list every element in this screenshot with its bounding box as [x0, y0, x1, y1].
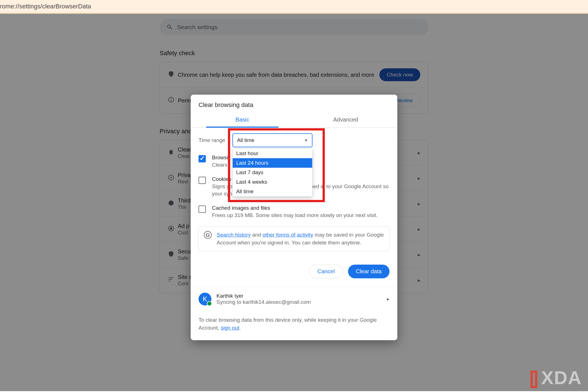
checkbox[interactable] [199, 155, 206, 162]
item-subtitle: Frees up 319 MB. Some sites may load mor… [212, 212, 377, 219]
chevron-down-icon: ▼ [304, 138, 308, 143]
time-range-selected-text: All time [237, 137, 254, 143]
time-range-option[interactable]: Last hour [233, 149, 312, 158]
address-bar[interactable]: rome://settings/clearBrowserData [0, 0, 588, 14]
tab-basic[interactable]: Basic [191, 113, 294, 127]
item-title: Browsi [212, 155, 228, 161]
cancel-button[interactable]: Cancel [309, 265, 343, 278]
address-bar-text: rome://settings/clearBrowserData [0, 3, 91, 10]
time-range-option[interactable]: Last 7 days [233, 168, 312, 177]
sync-account-row[interactable]: K Karthik Iyer Syncing to karthik14.aies… [191, 287, 397, 311]
xda-watermark: [] XDA [529, 367, 582, 388]
chevron-right-icon: ▸ [387, 296, 389, 302]
clear-data-button[interactable]: Clear data [348, 265, 389, 278]
google-activity-info: G Search history and other forms of acti… [199, 226, 389, 251]
search-history-link[interactable]: Search history [217, 232, 251, 238]
sign-out-link[interactable]: sign out [221, 325, 239, 331]
tab-advanced[interactable]: Advanced [294, 113, 397, 127]
other-activity-link[interactable]: other forms of activity [263, 232, 313, 238]
time-range-option[interactable]: Last 4 weeks [233, 177, 312, 187]
account-sync-text: Syncing to karthik14.aiesec@gmail.com [216, 299, 311, 305]
google-icon: G [204, 231, 212, 239]
sync-status-dot [207, 301, 212, 306]
dialog-tabs: Basic Advanced [191, 113, 397, 128]
clear-data-item: Cached images and filesFrees up 319 MB. … [199, 205, 389, 219]
clear-browsing-data-dialog: Clear browsing data Basic Advanced Time … [191, 95, 397, 340]
avatar: K [199, 293, 211, 305]
time-range-select[interactable]: All time ▼ [232, 133, 312, 147]
footnote: To clear browsing data from this device … [191, 311, 397, 340]
time-range-label: Time range [199, 137, 225, 143]
checkbox[interactable] [199, 206, 206, 213]
time-range-dropdown: Last hourLast 24 hoursLast 7 daysLast 4 … [232, 148, 312, 197]
item-subtitle: Clears [212, 161, 228, 169]
checkbox[interactable] [199, 177, 206, 184]
dialog-title: Clear browsing data [191, 95, 397, 113]
time-range-option[interactable]: Last 24 hours [233, 158, 312, 168]
item-title: Cached images and files [212, 205, 377, 211]
account-name: Karthik Iyer [216, 293, 311, 299]
time-range-option[interactable]: All time [233, 187, 312, 196]
